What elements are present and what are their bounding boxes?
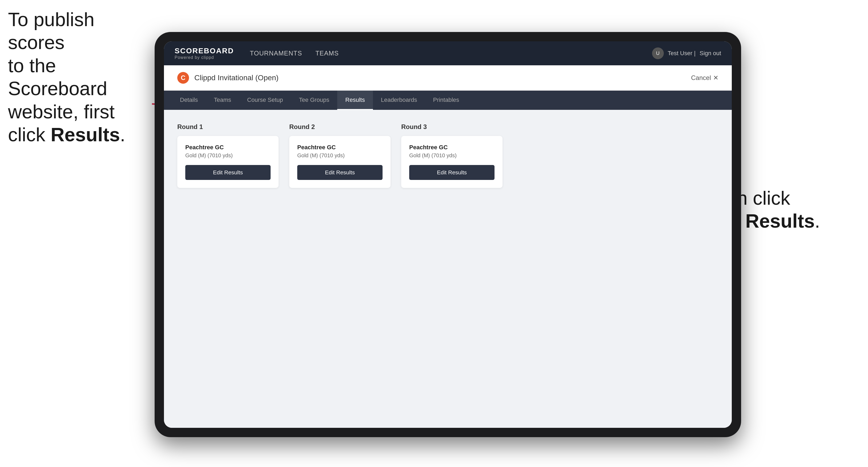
nav-teams[interactable]: TEAMS <box>315 48 339 58</box>
tournament-icon: C <box>177 72 189 84</box>
tab-leaderboards[interactable]: Leaderboards <box>373 91 425 110</box>
instruction-line4-suffix: . <box>120 124 125 145</box>
tablet-frame: SCOREBOARD Powered by clippd TOURNAMENTS… <box>155 32 741 437</box>
round-3-column: Round 3 Peachtree GC Gold (M) (7010 yds)… <box>401 123 502 188</box>
cancel-text: Cancel <box>691 74 711 82</box>
round-2-column: Round 2 Peachtree GC Gold (M) (7010 yds)… <box>289 123 391 188</box>
tab-course-setup[interactable]: Course Setup <box>239 91 291 110</box>
round-1-card: Peachtree GC Gold (M) (7010 yds) Edit Re… <box>177 136 279 188</box>
instruction-left: To publish scores to the Scoreboard webs… <box>8 8 136 146</box>
logo-area: SCOREBOARD Powered by clippd <box>175 46 234 60</box>
instruction-line4-prefix: click <box>8 124 51 145</box>
tournament-header: C Clippd Invitational (Open) Cancel ✕ <box>164 65 732 91</box>
signout-link[interactable]: Sign out <box>700 50 721 57</box>
logo-sub: Powered by clippd <box>175 55 234 60</box>
round-1-course: Peachtree GC <box>185 144 271 151</box>
logo-text: SCOREBOARD <box>175 46 234 55</box>
nav-user-text: Test User | <box>668 50 696 57</box>
round-3-course: Peachtree GC <box>409 144 495 151</box>
instruction-line2: to the Scoreboard <box>8 55 107 99</box>
nav-tournaments[interactable]: TOURNAMENTS <box>250 48 302 58</box>
tab-printables[interactable]: Printables <box>425 91 467 110</box>
round-1-edit-results-button[interactable]: Edit Results <box>185 165 271 180</box>
tablet-screen: SCOREBOARD Powered by clippd TOURNAMENTS… <box>164 41 732 428</box>
round-1-column: Round 1 Peachtree GC Gold (M) (7010 yds)… <box>177 123 279 188</box>
round-3-edit-results-button[interactable]: Edit Results <box>409 165 495 180</box>
round-3-detail: Gold (M) (7010 yds) <box>409 153 495 159</box>
instruction-results-bold: Results <box>51 124 120 145</box>
tab-results[interactable]: Results <box>337 91 373 110</box>
tab-bar: Details Teams Course Setup Tee Groups Re… <box>164 91 732 110</box>
round-3-title: Round 3 <box>401 123 502 131</box>
round-1-detail: Gold (M) (7010 yds) <box>185 153 271 159</box>
round-3-card: Peachtree GC Gold (M) (7010 yds) Edit Re… <box>401 136 502 188</box>
tournament-title: Clippd Invitational (Open) <box>194 73 279 82</box>
rounds-grid: Round 1 Peachtree GC Gold (M) (7010 yds)… <box>177 123 718 188</box>
main-content: Round 1 Peachtree GC Gold (M) (7010 yds)… <box>164 110 732 428</box>
round-2-detail: Gold (M) (7010 yds) <box>297 153 382 159</box>
tab-tee-groups[interactable]: Tee Groups <box>291 91 338 110</box>
cancel-icon: ✕ <box>713 74 718 82</box>
tab-teams[interactable]: Teams <box>206 91 239 110</box>
round-2-edit-results-button[interactable]: Edit Results <box>297 165 382 180</box>
tournament-title-area: C Clippd Invitational (Open) <box>177 72 279 84</box>
nav-right: U Test User | Sign out <box>652 48 721 59</box>
instruction-line1: To publish scores <box>8 9 94 53</box>
instruction-right-suffix: . <box>815 210 820 231</box>
round-1-title: Round 1 <box>177 123 279 131</box>
tab-details[interactable]: Details <box>172 91 206 110</box>
round-2-course: Peachtree GC <box>297 144 382 151</box>
user-avatar: U <box>652 48 664 59</box>
instruction-line3: website, first <box>8 101 115 122</box>
round-2-title: Round 2 <box>289 123 391 131</box>
round-2-card: Peachtree GC Gold (M) (7010 yds) Edit Re… <box>289 136 391 188</box>
top-navigation: SCOREBOARD Powered by clippd TOURNAMENTS… <box>164 41 732 65</box>
nav-links: TOURNAMENTS TEAMS <box>250 48 652 58</box>
cancel-button[interactable]: Cancel ✕ <box>691 74 718 82</box>
